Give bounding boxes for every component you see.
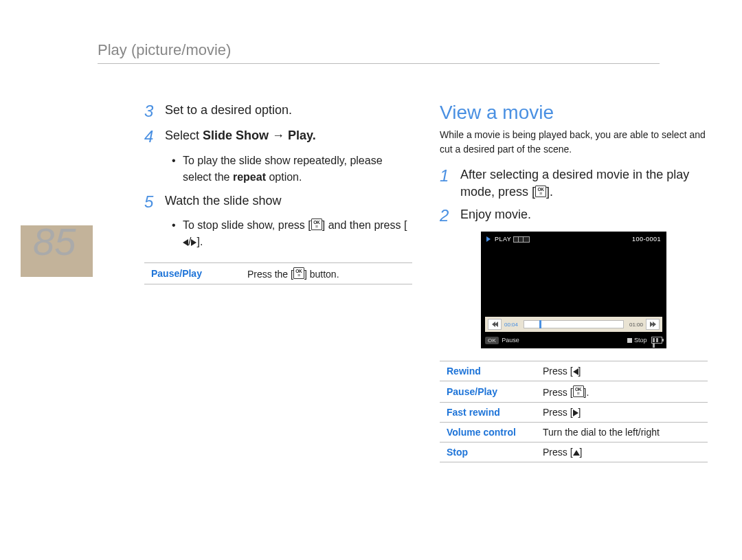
triangle-left-icon xyxy=(573,368,578,375)
step-number: 3 xyxy=(144,102,165,122)
step-3: 3 Set to a desired option. xyxy=(144,102,412,122)
table-row: Pause/Play Press []. xyxy=(440,381,708,403)
step-4: 4 Select Slide Show → Play. xyxy=(144,127,412,147)
preview-controls: 00:04 01:00 xyxy=(485,317,662,332)
bullet-text: option. xyxy=(266,171,302,183)
step-text: Set to a desired option. xyxy=(165,102,292,119)
preview-stop-indicator: Stop xyxy=(627,337,662,344)
view-a-movie-intro: While a movie is being played back, you … xyxy=(440,128,708,157)
table-value: Press [] xyxy=(536,443,708,462)
table-text: Press the [ xyxy=(247,269,293,280)
table-text: Press [ xyxy=(543,407,573,418)
table-row: Rewind Press [] xyxy=(440,361,708,381)
step-text-bold: Play. xyxy=(288,128,316,142)
step-text-part: After selecting a desired movie in the p… xyxy=(460,168,689,199)
triangle-right-icon xyxy=(573,410,578,416)
step-text: Enjoy movie. xyxy=(460,206,531,223)
preview-top-left: PLAY xyxy=(486,236,530,243)
pause-label: Pause xyxy=(502,337,519,344)
bullet-text: ] and then press [ xyxy=(322,219,407,231)
bullet-item: To stop slide show, press [] and then pr… xyxy=(172,217,412,250)
table-value: Press []. xyxy=(536,381,708,403)
triangle-left-icon xyxy=(183,239,188,246)
table-value: Press [] xyxy=(536,403,708,423)
step-5-bullets: To stop slide show, press [] and then pr… xyxy=(172,217,412,250)
table-text: Press [ xyxy=(543,387,573,398)
ok-icon xyxy=(573,385,584,397)
left-column: 3 Set to a desired option. 4 Select Slid… xyxy=(144,102,412,284)
bullet-item: To play the slide show repeatedly, pleas… xyxy=(172,153,412,186)
step-5: 5 Watch the slide show xyxy=(144,192,412,212)
step-text-part: ]. xyxy=(546,185,553,199)
step-number: 5 xyxy=(144,192,165,212)
step-number: 2 xyxy=(440,206,460,226)
bullet-text: To stop slide show, press [ xyxy=(183,219,311,231)
triangle-up-icon xyxy=(573,450,580,456)
stop-label: Stop xyxy=(634,337,647,344)
table-text: ]. xyxy=(584,387,589,398)
ok-icon xyxy=(293,267,304,279)
table-label: Pause/Play xyxy=(144,263,240,284)
step-4-bullets: To play the slide show repeatedly, pleas… xyxy=(172,153,412,186)
step-text: After selecting a desired movie in the p… xyxy=(460,166,708,201)
table-text: Press [ xyxy=(543,447,573,458)
table-row: Volume control Turn the dial to the left… xyxy=(440,423,708,443)
step-2: 2 Enjoy movie. xyxy=(440,206,708,226)
table-row: Stop Press [] xyxy=(440,443,708,462)
table-text: ] button. xyxy=(304,269,339,280)
table-row: Fast rewind Press [] xyxy=(440,403,708,423)
table-text: ] xyxy=(578,366,581,377)
img-stack-icon xyxy=(515,236,530,243)
bullet-text: ]. xyxy=(196,236,203,247)
view-a-movie-title: View a movie xyxy=(440,102,708,124)
movie-preview: PLAY 100-0001 00:04 01:00 OKPause Stop xyxy=(481,232,666,348)
ok-icon xyxy=(535,186,546,197)
preview-pause-indicator: OKPause xyxy=(485,337,519,344)
table-row: Pause/Play Press the [] button. xyxy=(144,263,412,284)
progress-tick xyxy=(539,320,541,328)
stop-icon xyxy=(627,338,632,343)
rewind-button[interactable] xyxy=(488,319,502,330)
preview-file-counter: 100-0001 xyxy=(632,236,661,243)
step-text-prefix: Select xyxy=(165,128,203,142)
preview-bottom-bar: OKPause Stop xyxy=(485,335,662,346)
pause-play-table: Pause/Play Press the [] button. xyxy=(144,262,412,284)
bullet-text-bold: repeat xyxy=(233,171,266,183)
table-text: ] xyxy=(578,407,581,418)
play-icon xyxy=(486,236,491,242)
movie-controls-table: Rewind Press [] Pause/Play Press []. Fas… xyxy=(440,361,708,462)
step-text: Select Slide Show → Play. xyxy=(165,127,316,144)
ok-icon xyxy=(311,219,322,230)
table-value: Turn the dial to the left/right xyxy=(536,423,708,443)
table-label: Rewind xyxy=(440,361,536,381)
step-text: Watch the slide show xyxy=(165,192,281,210)
battery-icon xyxy=(651,337,662,344)
step-text-bold: Slide Show xyxy=(203,128,269,142)
table-value: Press the [] button. xyxy=(240,263,412,284)
preview-time-current: 00:04 xyxy=(504,322,518,328)
table-text: Press [ xyxy=(543,366,573,377)
preview-play-label: PLAY xyxy=(495,236,511,243)
page-number: 85 xyxy=(33,219,76,264)
step-number: 1 xyxy=(440,166,460,186)
ok-label: OK xyxy=(485,337,499,344)
section-header: Play (picture/movie) xyxy=(98,41,660,64)
progress-bar[interactable] xyxy=(524,320,624,328)
fastforward-button[interactable] xyxy=(646,319,660,330)
preview-top-row: PLAY 100-0001 xyxy=(486,236,661,243)
table-label: Volume control xyxy=(440,423,536,443)
preview-time-total: 01:00 xyxy=(629,322,643,328)
table-label: Stop xyxy=(440,443,536,462)
right-column: View a movie While a movie is being play… xyxy=(440,102,708,462)
step-1: 1 After selecting a desired movie in the… xyxy=(440,166,708,201)
table-label: Fast rewind xyxy=(440,403,536,423)
arrow-icon: → xyxy=(269,128,288,142)
table-label: Pause/Play xyxy=(440,381,536,403)
table-value: Press [] xyxy=(536,361,708,381)
step-number: 4 xyxy=(144,127,165,147)
table-text: ] xyxy=(580,447,583,458)
